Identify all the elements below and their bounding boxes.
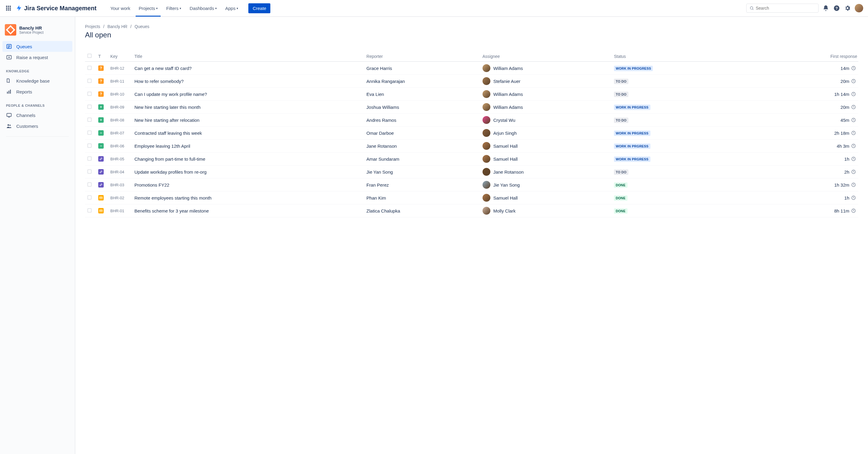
issue-key[interactable]: BHR-05 — [108, 153, 132, 165]
sidebar-item-customers[interactable]: Customers — [2, 121, 72, 131]
issue-title[interactable]: New hire starting later this month — [132, 101, 364, 114]
issue-title[interactable]: Contracted staff leaving this week — [132, 127, 364, 140]
issue-title[interactable]: Promotions FY22 — [132, 178, 364, 191]
issue-key[interactable]: BHR-04 — [108, 165, 132, 178]
column-first-response[interactable]: First response — [720, 51, 858, 61]
issue-key[interactable]: BHR-01 — [108, 204, 132, 217]
assignee[interactable]: Jie Yan Song — [483, 181, 609, 189]
assignee[interactable]: Jane Rotanson — [483, 168, 609, 176]
table-row[interactable]: ?BHR-12Can get a new staff ID card?Grace… — [85, 61, 858, 75]
issue-key[interactable]: BHR-06 — [108, 140, 132, 153]
row-checkbox[interactable] — [87, 79, 92, 83]
assignee[interactable]: William Adams — [483, 90, 609, 98]
issue-title[interactable]: Benefits scheme for 3 year milestone — [132, 204, 364, 217]
column-type[interactable]: T — [96, 51, 108, 61]
issue-title[interactable]: Update workday profiles from re-org — [132, 165, 364, 178]
nav-apps[interactable]: Apps ▾ — [222, 1, 241, 16]
nav-your-work[interactable]: Your work — [107, 1, 133, 16]
column-key[interactable]: Key — [108, 51, 132, 61]
status-badge[interactable]: TO DO — [614, 79, 628, 84]
nav-dashboards[interactable]: Dashboards ▾ — [187, 1, 220, 16]
row-checkbox[interactable] — [87, 92, 92, 96]
issue-title[interactable]: How to refer somebody? — [132, 75, 364, 88]
row-checkbox[interactable] — [87, 170, 92, 174]
status-badge[interactable]: TO DO — [614, 92, 628, 97]
breadcrumb-project[interactable]: Bancly HR — [107, 24, 127, 29]
issue-key[interactable]: BHR-03 — [108, 178, 132, 191]
row-checkbox[interactable] — [87, 156, 92, 161]
issue-title[interactable]: Can I update my work profile name? — [132, 88, 364, 101]
table-row[interactable]: +BHR-08New hire starting after relocatio… — [85, 114, 858, 127]
row-checkbox[interactable] — [87, 182, 92, 187]
assignee[interactable]: Samuel Hall — [483, 194, 609, 202]
project-header[interactable]: Bancly HR Service Project — [2, 23, 72, 41]
status-badge[interactable]: DONE — [614, 195, 627, 201]
assignee[interactable]: William Adams — [483, 103, 609, 111]
sidebar-item-reports[interactable]: Reports — [2, 86, 72, 97]
column-status[interactable]: Status — [612, 51, 720, 61]
issue-key[interactable]: BHR-09 — [108, 101, 132, 114]
settings-icon[interactable] — [844, 4, 851, 12]
issue-key[interactable]: BHR-12 — [108, 61, 132, 75]
assignee[interactable]: Crystal Wu — [483, 116, 609, 124]
status-badge[interactable]: WORK IN PROGRESS — [614, 66, 653, 71]
row-checkbox[interactable] — [87, 66, 92, 70]
issue-title[interactable]: Can get a new staff ID card? — [132, 61, 364, 75]
nav-projects[interactable]: Projects ▾ — [135, 1, 161, 16]
product-logo[interactable]: Jira Service Management — [16, 5, 96, 12]
status-badge[interactable]: TO DO — [614, 170, 628, 175]
issue-key[interactable]: BHR-08 — [108, 114, 132, 127]
app-switcher-icon[interactable] — [5, 4, 12, 12]
assignee[interactable]: William Adams — [483, 64, 609, 72]
row-checkbox[interactable] — [87, 195, 92, 200]
help-icon[interactable]: ? — [833, 4, 840, 12]
assignee[interactable]: Stefanie Auer — [483, 77, 609, 85]
assignee[interactable]: Samuel Hall — [483, 155, 609, 163]
issue-title[interactable]: Remote employees starting this month — [132, 191, 364, 204]
table-row[interactable]: BHR-05Changing from part-time to full-ti… — [85, 153, 858, 165]
row-checkbox[interactable] — [87, 208, 92, 213]
status-badge[interactable]: DONE — [614, 208, 627, 214]
table-row[interactable]: BHR-02Remote employees starting this mon… — [85, 191, 858, 204]
sidebar-item-knowledge-base[interactable]: Knowledge base — [2, 75, 72, 86]
sidebar-item-channels[interactable]: Channels — [2, 110, 72, 121]
row-checkbox[interactable] — [87, 118, 92, 122]
status-badge[interactable]: DONE — [614, 182, 627, 188]
search-input[interactable] — [756, 6, 815, 10]
user-avatar[interactable] — [855, 4, 863, 12]
notifications-icon[interactable] — [822, 4, 830, 12]
issue-key[interactable]: BHR-10 — [108, 88, 132, 101]
table-row[interactable]: +BHR-09New hire starting later this mont… — [85, 101, 858, 114]
assignee[interactable]: Samuel Hall — [483, 142, 609, 150]
nav-filters[interactable]: Filters ▾ — [163, 1, 184, 16]
issue-key[interactable]: BHR-11 — [108, 75, 132, 88]
row-checkbox[interactable] — [87, 130, 92, 135]
row-checkbox[interactable] — [87, 144, 92, 148]
assignee[interactable]: Arjun Singh — [483, 129, 609, 137]
status-badge[interactable]: TO DO — [614, 118, 628, 123]
status-badge[interactable]: WORK IN PRGRESS — [614, 130, 650, 136]
status-badge[interactable]: WORK IN PRGRESS — [614, 144, 650, 149]
breadcrumb-projects[interactable]: Projects — [85, 24, 100, 29]
table-row[interactable]: ?BHR-11How to refer somebody?Annika Rang… — [85, 75, 858, 88]
create-button[interactable]: Create — [248, 3, 270, 13]
status-badge[interactable]: WORK IN PRGRESS — [614, 156, 650, 162]
table-row[interactable]: −BHR-07Contracted staff leaving this wee… — [85, 127, 858, 140]
table-row[interactable]: BHR-01Benefits scheme for 3 year milesto… — [85, 204, 858, 217]
assignee[interactable]: Molly Clark — [483, 207, 609, 215]
table-row[interactable]: BHR-04Update workday profiles from re-or… — [85, 165, 858, 178]
issue-key[interactable]: BHR-02 — [108, 191, 132, 204]
breadcrumb-section[interactable]: Queues — [135, 24, 150, 29]
column-title[interactable]: Title — [132, 51, 364, 61]
status-badge[interactable]: WORK IN PRGRESS — [614, 104, 650, 110]
issue-title[interactable]: New hire starting after relocation — [132, 114, 364, 127]
issue-key[interactable]: BHR-07 — [108, 127, 132, 140]
column-assignee[interactable]: Assignee — [480, 51, 612, 61]
table-row[interactable]: BHR-03Promotions FY22Fran PerezJie Yan S… — [85, 178, 858, 191]
sidebar-item-raise-request[interactable]: Raise a request — [2, 52, 72, 63]
issue-title[interactable]: Employee leaving 12th April — [132, 140, 364, 153]
table-row[interactable]: ?BHR-10Can I update my work profile name… — [85, 88, 858, 101]
select-all-checkbox[interactable] — [87, 54, 92, 58]
row-checkbox[interactable] — [87, 104, 92, 109]
global-search[interactable] — [746, 4, 818, 13]
